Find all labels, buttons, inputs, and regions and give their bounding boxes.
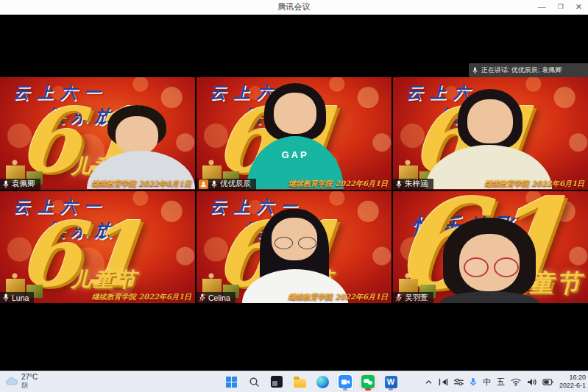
participant-video — [239, 209, 351, 303]
video-tile[interactable]: 云上六一 快乐放飞 61 儿童节 继续教育学院 2022年6月1日 袁佩卿 — [0, 77, 195, 190]
participant-video — [425, 89, 552, 189]
word-button[interactable]: W — [382, 373, 400, 391]
banner-text: 继续教育学院 2022年6月1日 — [485, 179, 584, 189]
tencent-meeting-icon — [339, 375, 352, 388]
participant-video — [87, 105, 195, 189]
face-graphic — [467, 99, 513, 143]
participant-video — [431, 218, 552, 303]
microphone-tray-button[interactable] — [470, 377, 477, 387]
banner-text: 继续教育学院 2022年6月1日 — [92, 292, 191, 302]
video-tile[interactable]: 云上六一 快乐放飞 61 儿童节 继续教育学院 2022年6月1日 Celina — [196, 191, 392, 304]
mic-icon — [2, 293, 10, 302]
participant-name: Luna — [12, 293, 29, 302]
participant-name: 袁佩卿 — [12, 179, 35, 189]
weather-temperature: 27°C — [21, 373, 38, 382]
participant-name-tag: 朱梓涵 — [393, 179, 433, 190]
window-controls: — ❐ ✕ — [538, 0, 582, 14]
close-button[interactable]: ✕ — [575, 3, 582, 11]
meeting-tray-icon — [439, 378, 448, 386]
speaking-text: 正在讲话: 优优辰辰; 袁佩卿 — [481, 65, 562, 75]
folder-icon — [294, 379, 306, 388]
festival-text: 儿童节 — [71, 266, 139, 293]
participant-name: 优优辰辰 — [220, 179, 251, 189]
wechat-icon — [361, 375, 375, 388]
dark-app-icon — [271, 376, 283, 388]
face-graphic — [274, 93, 316, 134]
window-title: 腾讯会议 — [0, 1, 588, 13]
ime-language-indicator[interactable]: 中 — [483, 377, 491, 388]
taskbar: 27°C 阴 — [0, 371, 588, 392]
participant-name-tag: 优优辰辰 — [196, 179, 256, 190]
weather-condition: 阴 — [21, 382, 38, 389]
search-button[interactable] — [245, 373, 263, 391]
cloud-icon — [6, 377, 18, 385]
microphone-icon — [470, 377, 477, 387]
participant-name-tag: 袁佩卿 — [0, 179, 40, 190]
mic-muted-icon — [199, 293, 206, 302]
taskbar-app-icons: W — [222, 371, 400, 392]
mic-icon — [472, 66, 478, 75]
start-button[interactable] — [222, 373, 240, 391]
edge-browser-button[interactable] — [314, 373, 331, 391]
glasses-graphic — [274, 237, 316, 249]
mic-icon — [2, 179, 10, 189]
red-glasses-graphic — [464, 257, 519, 277]
clock-date: 2022-6-1 — [559, 382, 586, 390]
video-tile[interactable]: 云上六一 快乐放飞 61 儿童节 继续教育学院 2022年6月1日 朱梓涵 — [393, 77, 588, 190]
speaker-icon — [527, 378, 536, 386]
mic-icon — [395, 179, 403, 189]
maximize-button[interactable]: ❐ — [558, 4, 564, 10]
speaking-toast: 正在讲话: 优优辰辰; 袁佩卿 — [469, 63, 588, 77]
ime-mode-indicator[interactable]: 五 — [497, 377, 505, 388]
tray-overflow-button[interactable] — [425, 379, 433, 385]
host-badge — [199, 179, 208, 189]
word-icon: W — [385, 376, 397, 388]
participant-video: GAP — [247, 83, 344, 189]
tencent-meeting-button[interactable] — [336, 373, 354, 391]
system-tray: 中 五 16:20 2022-6- — [425, 371, 586, 392]
face-graphic — [116, 116, 158, 154]
banner-text: 继续教育学院 2022年6月1日 — [92, 179, 191, 189]
mic-muted-icon — [395, 293, 403, 302]
participant-name-tag: Celina — [196, 292, 235, 303]
weather-text: 27°C 阴 — [21, 373, 38, 389]
weather-widget[interactable]: 27°C 阴 — [6, 373, 38, 389]
edge-icon — [316, 376, 329, 388]
shirt-text: GAP — [247, 149, 344, 160]
chevron-up-icon — [425, 379, 433, 385]
banner-text: 继续教育学院 2022年6月1日 — [288, 292, 388, 302]
dark-app-button[interactable] — [268, 373, 286, 391]
search-icon — [249, 377, 260, 388]
participant-name: Celina — [208, 293, 230, 302]
wifi-icon — [511, 378, 521, 386]
video-grid: 云上六一 快乐放飞 61 儿童节 继续教育学院 2022年6月1日 袁佩卿 云上… — [0, 77, 588, 303]
participant-name: 朱梓涵 — [405, 179, 428, 189]
minimize-button[interactable]: — — [538, 3, 546, 11]
battery-icon — [542, 379, 553, 385]
meeting-tray-button[interactable] — [439, 378, 448, 386]
battery-button[interactable] — [542, 379, 553, 385]
video-tile[interactable]: 云上六一 快乐放飞 61 儿童节 继续教育学院 2022年6月1日 Luna — [0, 191, 195, 304]
clock-widget[interactable]: 16:20 2022-6-1 — [559, 374, 586, 390]
video-tile[interactable]: 云上六一 快乐放飞 61 儿童节 继续教育学院 2022年6月1日 吴羽萱 — [393, 191, 588, 304]
banner-text: 继续教育学院 2022年6月1日 — [288, 179, 388, 189]
clock-time: 16:20 — [569, 374, 586, 382]
wifi-button[interactable] — [511, 378, 521, 386]
person-icon — [200, 181, 207, 188]
mixer-icon — [454, 378, 464, 386]
wechat-button[interactable] — [359, 373, 377, 391]
volume-button[interactable] — [527, 378, 536, 386]
participant-name-tag: Luna — [0, 292, 34, 303]
participant-name-tag: 吴羽萱 — [393, 292, 433, 303]
window-titlebar: 腾讯会议 — ❐ ✕ — [0, 0, 588, 15]
file-explorer-button[interactable] — [291, 373, 308, 391]
mic-icon — [210, 179, 218, 189]
audio-mixer-button[interactable] — [454, 378, 464, 386]
video-tile[interactable]: 云上六一 快乐放飞 61 儿童节 继续教育学院 2022年6月1日 GAP — [196, 77, 392, 190]
windows-logo-icon — [226, 377, 237, 388]
participant-name: 吴羽萱 — [405, 293, 428, 303]
